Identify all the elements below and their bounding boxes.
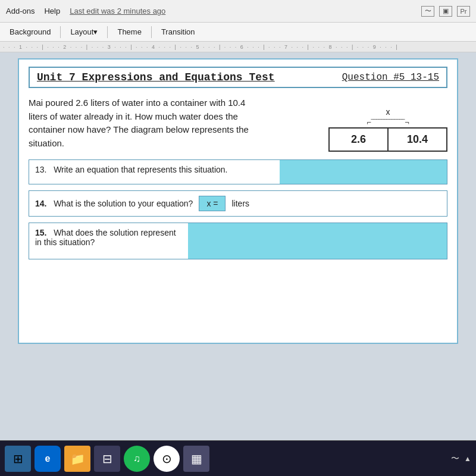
trending-icon[interactable]: 〜 [421, 6, 434, 17]
diagram-brace: ⌐‾‾‾‾‾‾‾‾‾‾‾‾‾¬ [328, 118, 447, 127]
folder-button[interactable]: 📁 [64, 446, 90, 472]
ruler: · · · 1 · · · | · · · 2 · · · | · · · 3 … [0, 42, 476, 52]
q15-label: 15. What does the solution represent in … [29, 223, 188, 259]
q13-answer[interactable] [280, 160, 447, 184]
last-edit-label: Last edit was 2 minutes ago [70, 7, 165, 15]
background-button[interactable]: Background [5, 26, 55, 38]
windows-button[interactable]: ⊟ [94, 446, 120, 472]
q13-text: Write an equation that represents this s… [54, 165, 227, 174]
slide: Unit 7 Expressions and Equations Test Qu… [18, 58, 458, 344]
edge-button[interactable]: e [35, 446, 61, 472]
diagram-right-val: 10.4 [389, 129, 446, 151]
diagram-x-label: x [328, 107, 447, 117]
q13-row: 13. Write an equation that represents th… [29, 159, 447, 184]
start-button[interactable]: ⊞ [5, 446, 31, 472]
chrome-button[interactable]: ⊙ [154, 446, 180, 472]
slide-title: Unit 7 Expressions and Equations Test [37, 71, 275, 83]
q14-text: What is the solution to your equation? [54, 199, 193, 208]
q14-number: 14. [35, 199, 46, 208]
q13-number: 13. [35, 165, 46, 174]
q14-row: 14. What is the solution to your equatio… [29, 190, 447, 217]
q14-label: 14. What is the solution to your equatio… [35, 199, 193, 208]
present-icon[interactable]: ▣ [439, 6, 452, 17]
menu-bar: Add-ons Help Last edit was 2 minutes ago… [0, 0, 476, 23]
more-icon[interactable]: Pr [457, 6, 470, 17]
toolbar: Background Layout▾ Theme Transition [0, 23, 476, 42]
slide-title-bar: Unit 7 Expressions and Equations Test Qu… [29, 67, 447, 88]
wifi-icon: 〜 [451, 453, 459, 464]
layout-button[interactable]: Layout▾ [65, 26, 102, 38]
transition-button[interactable]: Transition [156, 26, 200, 38]
q13-label: 13. Write an equation that represents th… [29, 160, 280, 184]
q15-number: 15. [35, 228, 46, 237]
q14-x-equals[interactable]: x = [199, 196, 226, 211]
diagram-area: x ⌐‾‾‾‾‾‾‾‾‾‾‾‾‾¬ 2.6 10.4 [328, 107, 447, 152]
taskbar-right: 〜 ▲ [451, 453, 471, 464]
taskbar: ⊞ e 📁 ⊟ ♫ ⊙ ▦ 〜 ▲ [0, 440, 476, 476]
ruler-marks: · · · 1 · · · | · · · 2 · · · | · · · 3 … [3, 44, 399, 50]
spotify-button[interactable]: ♫ [124, 446, 150, 472]
slide-question-label: Question #5 13-15 [342, 72, 439, 83]
menu-help[interactable]: Help [44, 7, 60, 15]
divider-3 [151, 26, 152, 38]
q15-text: What does the solution represent in this… [35, 228, 176, 247]
q15-row: 15. What does the solution represent in … [29, 223, 447, 259]
menu-addons[interactable]: Add-ons [6, 7, 35, 15]
grid-button[interactable]: ▦ [183, 446, 209, 472]
divider-2 [107, 26, 108, 38]
divider-1 [60, 26, 61, 38]
intro-text: Mai poured 2.6 liters of water into a co… [29, 96, 259, 150]
theme-button[interactable]: Theme [112, 26, 146, 38]
q14-units: liters [231, 199, 249, 208]
content-area: Unit 7 Expressions and Equations Test Qu… [0, 52, 476, 440]
menu-icons: 〜 ▣ Pr [421, 6, 470, 17]
diagram-boxes: 2.6 10.4 [328, 127, 447, 152]
q15-answer[interactable] [188, 223, 447, 259]
wifi-bars-icon: ▲ [464, 455, 471, 463]
diagram-left-val: 2.6 [330, 129, 389, 151]
